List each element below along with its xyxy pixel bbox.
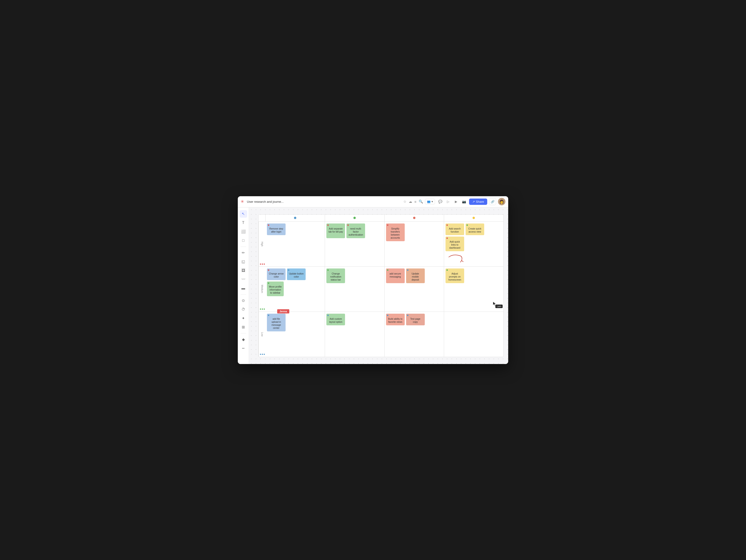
- sidebar-item-image[interactable]: 🖼: [240, 267, 247, 274]
- note-text: Add search function: [448, 227, 462, 233]
- cell-medium-2[interactable]: Change notification status bar: [325, 267, 384, 312]
- note-remove-step[interactable]: Remove step after login: [267, 224, 286, 235]
- note-text: Add separate tab for bill pay: [328, 227, 343, 233]
- titlebar-actions: ☆ ☁ ≡ 🔍: [403, 200, 423, 204]
- cell-high-4[interactable]: Add search function Create quick access …: [444, 222, 503, 267]
- note-add-search[interactable]: Add search function: [446, 224, 464, 235]
- cell-high-3[interactable]: Simplify transfers between accounts: [385, 222, 444, 267]
- share-button[interactable]: ↗ Share: [469, 199, 487, 205]
- priority-dot: [262, 354, 263, 355]
- row-label-high: High: [259, 222, 265, 267]
- note-text: Simplify transfers between accounts: [388, 227, 403, 239]
- note-text: Test page copy: [408, 317, 423, 323]
- collab-icon: 👥: [427, 200, 431, 203]
- app-window: ✳ User research and journe... ☆ ☁ ≡ 🔍 👥 …: [238, 196, 508, 364]
- sidebar-item-rect[interactable]: □: [240, 237, 247, 244]
- column-headers: [259, 215, 503, 222]
- note-pin: [387, 269, 389, 271]
- note-pin: [407, 269, 408, 271]
- cell-medium-4[interactable]: Adjust prompts on homescreen Lars: [444, 267, 503, 312]
- priority-dot: [260, 354, 261, 355]
- kanban-board: High Remove step after login: [258, 214, 504, 357]
- sidebar-item-timer[interactable]: ⏱: [240, 306, 247, 313]
- sidebar-item-mindmap[interactable]: ⊙: [240, 297, 247, 304]
- cell-low-1[interactable]: add file upload in message center: [265, 312, 325, 357]
- main-content: ↖ T ⬜ □ ✏ ◱ 🖼 〰 ▬ ⊙ ⏱ ✦ ⊞ ◆ •••: [238, 207, 508, 364]
- sidebar-item-pen[interactable]: ✏: [240, 249, 247, 257]
- note-update-button[interactable]: Update button color: [287, 268, 306, 280]
- priority-dot: [264, 308, 265, 310]
- sidebar-item-sticky[interactable]: ▬: [240, 285, 247, 292]
- priority-dot: [260, 263, 261, 265]
- note-text: Add custom layout option: [328, 317, 343, 323]
- note-text: Add quick links to dashboard: [448, 240, 462, 249]
- note-adjust-prompts[interactable]: Adjust prompts on homescreen: [446, 268, 464, 283]
- note-pin: [347, 225, 349, 226]
- sidebar-item-more[interactable]: •••: [240, 345, 247, 352]
- note-text: add secure messaging: [388, 272, 403, 278]
- note-favorite-views[interactable]: Build ability to favorite views: [386, 314, 405, 325]
- cell-medium-1[interactable]: Change arrow color Update button color M…: [265, 267, 325, 312]
- sidebar-item-grid[interactable]: ⊞: [240, 323, 247, 331]
- present-icon[interactable]: ▷: [445, 198, 451, 205]
- note-text: add file upload in message center: [269, 317, 284, 329]
- note-add-secure-messaging[interactable]: add secure messaging: [386, 268, 405, 283]
- col-header-2: [325, 215, 384, 222]
- sidebar-item-diamond[interactable]: ◆: [240, 336, 247, 343]
- document-title: User research and journe...: [247, 200, 401, 203]
- sidebar-item-frame[interactable]: ⬜: [240, 228, 247, 235]
- priority-dot: [260, 308, 261, 310]
- share-icon: ↗: [472, 200, 475, 203]
- col-header-1: [265, 215, 325, 222]
- note-test-page[interactable]: Test page copy: [406, 314, 425, 325]
- col-header-3: [385, 215, 444, 222]
- note-text: Update mobile deposit: [408, 272, 423, 281]
- cell-low-3[interactable]: Build ability to favorite views Test pag…: [385, 312, 444, 357]
- note-file-upload[interactable]: add file upload in message center: [267, 314, 286, 331]
- note-simplify-transfers[interactable]: Simplify transfers between accounts: [386, 224, 405, 241]
- board-body: High Remove step after login: [259, 222, 503, 357]
- note-pin: [407, 315, 408, 316]
- star-icon[interactable]: ☆: [403, 200, 406, 204]
- sidebar-item-templates[interactable]: ✦: [240, 315, 247, 322]
- sidebar-item-text[interactable]: T: [240, 219, 247, 227]
- note-change-notification[interactable]: Change notification status bar: [326, 268, 345, 283]
- note-pin: [327, 269, 329, 271]
- cell-low-2[interactable]: Add custom layout option: [325, 312, 384, 357]
- cell-low-4[interactable]: [444, 312, 503, 357]
- note-text: Create quick access view: [467, 227, 482, 233]
- collaborators-button[interactable]: 👥 ▾: [425, 199, 435, 204]
- link-button[interactable]: 🔗: [489, 198, 496, 205]
- priority-dot: [262, 308, 263, 310]
- user-avatar[interactable]: 👩: [498, 198, 506, 205]
- cell-high-2[interactable]: Add separate tab for bill pay need multi…: [325, 222, 384, 267]
- note-create-quick[interactable]: Create quick access view: [465, 224, 484, 235]
- comment-icon[interactable]: 💬: [437, 198, 443, 205]
- screen-share-icon[interactable]: 📷: [461, 198, 467, 205]
- note-update-mobile[interactable]: Update mobile deposit: [406, 268, 425, 283]
- sidebar-divider-2: [240, 294, 246, 295]
- sidebar-item-connector[interactable]: 〰: [240, 276, 247, 283]
- note-text: Remove step after login: [269, 227, 284, 233]
- row-label-medium: Medium: [259, 267, 265, 312]
- video-icon[interactable]: ▶: [453, 198, 459, 205]
- note-move-profile[interactable]: Move profile information to sidebar: [267, 282, 284, 296]
- note-pin: [466, 225, 468, 226]
- sidebar-item-cursor[interactable]: ↖: [240, 210, 247, 218]
- cell-high-1[interactable]: Remove step after login: [265, 222, 325, 267]
- note-separate-tab[interactable]: Add separate tab for bill pay: [326, 224, 345, 238]
- menu-icon[interactable]: ≡: [414, 200, 417, 204]
- sidebar-item-shape[interactable]: ◱: [240, 258, 247, 265]
- jenna-collaborator-tag: Jenna: [277, 309, 289, 314]
- cell-medium-3[interactable]: add secure messaging Update mobile depos…: [385, 267, 444, 312]
- cursor-icon: [493, 301, 496, 306]
- note-pin: [387, 225, 389, 226]
- note-multifactor[interactable]: need multi-factor authentication: [346, 224, 365, 238]
- note-custom-layout[interactable]: Add custom layout option: [326, 314, 345, 325]
- cloud-icon[interactable]: ☁: [409, 200, 412, 204]
- sidebar-divider-1: [240, 246, 246, 247]
- note-change-arrow[interactable]: Change arrow color: [267, 268, 286, 280]
- canvas[interactable]: High Remove step after login: [249, 207, 508, 364]
- note-add-quick-links[interactable]: Add quick links to dashboard: [446, 237, 464, 251]
- search-icon[interactable]: 🔍: [419, 200, 423, 204]
